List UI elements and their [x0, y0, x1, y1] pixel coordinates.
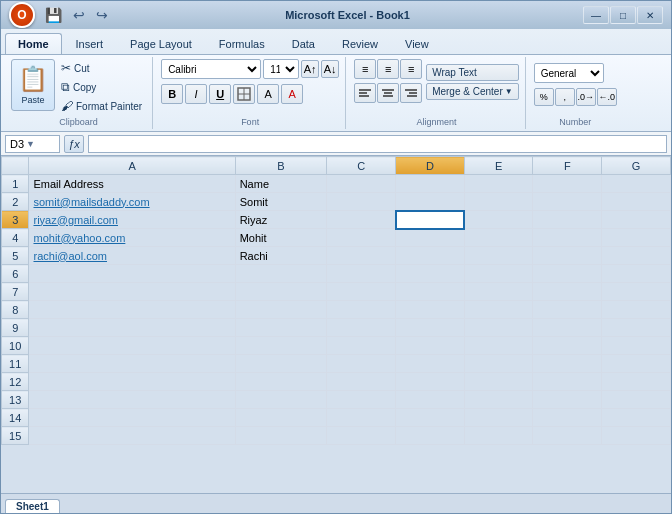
- row-header-15[interactable]: 15: [2, 427, 29, 445]
- cell-8-G[interactable]: [602, 301, 671, 319]
- cell-13-D[interactable]: [396, 391, 465, 409]
- cell-6-A[interactable]: [29, 265, 235, 283]
- cell-13-C[interactable]: [327, 391, 396, 409]
- row-header-10[interactable]: 10: [2, 337, 29, 355]
- minimize-button[interactable]: —: [583, 6, 609, 24]
- align-right-button[interactable]: [400, 83, 422, 103]
- cell-6-G[interactable]: [602, 265, 671, 283]
- cell-5-B[interactable]: Rachi: [235, 247, 327, 265]
- tab-view[interactable]: View: [392, 33, 442, 54]
- cell-2-C[interactable]: [327, 193, 396, 211]
- row-header-5[interactable]: 5: [2, 247, 29, 265]
- select-all-button[interactable]: [2, 157, 29, 175]
- col-header-D[interactable]: D: [396, 157, 465, 175]
- tab-formulas[interactable]: Formulas: [206, 33, 278, 54]
- col-header-A[interactable]: A: [29, 157, 235, 175]
- row-header-12[interactable]: 12: [2, 373, 29, 391]
- align-center-button[interactable]: [377, 83, 399, 103]
- align-top-right-button[interactable]: ≡: [400, 59, 422, 79]
- font-name-select[interactable]: Calibri: [161, 59, 261, 79]
- cell-13-E[interactable]: [464, 391, 533, 409]
- cell-12-D[interactable]: [396, 373, 465, 391]
- cell-10-F[interactable]: [533, 337, 602, 355]
- align-top-left-button[interactable]: ≡: [354, 59, 376, 79]
- insert-function-button[interactable]: ƒx: [64, 135, 84, 153]
- cell-8-A[interactable]: [29, 301, 235, 319]
- cell-12-F[interactable]: [533, 373, 602, 391]
- increase-decimal-button[interactable]: .0→: [576, 88, 596, 106]
- cell-4-A[interactable]: mohit@yahoo.com: [29, 229, 235, 247]
- cell-3-G[interactable]: [602, 211, 671, 229]
- cell-7-B[interactable]: [235, 283, 327, 301]
- cell-7-G[interactable]: [602, 283, 671, 301]
- tab-insert[interactable]: Insert: [63, 33, 117, 54]
- cell-10-C[interactable]: [327, 337, 396, 355]
- redo-button[interactable]: ↪: [92, 5, 112, 25]
- tab-page-layout[interactable]: Page Layout: [117, 33, 205, 54]
- cell-1-B[interactable]: Name: [235, 175, 327, 193]
- cell-6-E[interactable]: [464, 265, 533, 283]
- row-header-13[interactable]: 13: [2, 391, 29, 409]
- formula-input[interactable]: [88, 135, 667, 153]
- format-painter-button[interactable]: 🖌 Format Painter: [57, 97, 146, 115]
- cell-8-B[interactable]: [235, 301, 327, 319]
- cell-13-F[interactable]: [533, 391, 602, 409]
- cell-4-B[interactable]: Mohit: [235, 229, 327, 247]
- cell-2-F[interactable]: [533, 193, 602, 211]
- cell-7-A[interactable]: [29, 283, 235, 301]
- cell-12-B[interactable]: [235, 373, 327, 391]
- maximize-button[interactable]: □: [610, 6, 636, 24]
- row-header-6[interactable]: 6: [2, 265, 29, 283]
- cell-2-D[interactable]: [396, 193, 465, 211]
- comma-button[interactable]: ,: [555, 88, 575, 106]
- row-header-4[interactable]: 4: [2, 229, 29, 247]
- row-header-11[interactable]: 11: [2, 355, 29, 373]
- cell-11-A[interactable]: [29, 355, 235, 373]
- cell-1-E[interactable]: [464, 175, 533, 193]
- col-header-C[interactable]: C: [327, 157, 396, 175]
- cell-5-F[interactable]: [533, 247, 602, 265]
- row-header-2[interactable]: 2: [2, 193, 29, 211]
- cell-3-E[interactable]: [464, 211, 533, 229]
- cell-8-D[interactable]: [396, 301, 465, 319]
- row-header-1[interactable]: 1: [2, 175, 29, 193]
- wrap-text-button[interactable]: Wrap Text: [426, 64, 519, 81]
- font-size-select[interactable]: 11: [263, 59, 299, 79]
- underline-button[interactable]: U: [209, 84, 231, 104]
- cell-15-C[interactable]: [327, 427, 396, 445]
- increase-font-button[interactable]: A↑: [301, 60, 319, 78]
- cell-3-B[interactable]: Riyaz: [235, 211, 327, 229]
- cell-10-D[interactable]: [396, 337, 465, 355]
- cell-6-F[interactable]: [533, 265, 602, 283]
- cell-11-F[interactable]: [533, 355, 602, 373]
- cell-13-A[interactable]: [29, 391, 235, 409]
- cell-5-A[interactable]: rachi@aol.com: [29, 247, 235, 265]
- cell-8-F[interactable]: [533, 301, 602, 319]
- cell-3-C[interactable]: [327, 211, 396, 229]
- cell-5-E[interactable]: [464, 247, 533, 265]
- cell-9-A[interactable]: [29, 319, 235, 337]
- merge-center-button[interactable]: Merge & Center ▼: [426, 83, 519, 100]
- cell-4-G[interactable]: [602, 229, 671, 247]
- bold-button[interactable]: B: [161, 84, 183, 104]
- row-header-7[interactable]: 7: [2, 283, 29, 301]
- cell-7-D[interactable]: [396, 283, 465, 301]
- fill-color-button[interactable]: A: [257, 84, 279, 104]
- cell-11-C[interactable]: [327, 355, 396, 373]
- cell-14-E[interactable]: [464, 409, 533, 427]
- number-format-select[interactable]: General: [534, 63, 604, 83]
- cell-12-A[interactable]: [29, 373, 235, 391]
- cell-7-E[interactable]: [464, 283, 533, 301]
- col-header-E[interactable]: E: [464, 157, 533, 175]
- tab-review[interactable]: Review: [329, 33, 391, 54]
- italic-button[interactable]: I: [185, 84, 207, 104]
- cell-5-D[interactable]: [396, 247, 465, 265]
- col-header-F[interactable]: F: [533, 157, 602, 175]
- decrease-font-button[interactable]: A↓: [321, 60, 339, 78]
- cell-9-G[interactable]: [602, 319, 671, 337]
- cell-7-C[interactable]: [327, 283, 396, 301]
- cell-1-A[interactable]: Email Address: [29, 175, 235, 193]
- cell-3-F[interactable]: [533, 211, 602, 229]
- office-button[interactable]: O: [9, 2, 35, 28]
- cell-4-D[interactable]: [396, 229, 465, 247]
